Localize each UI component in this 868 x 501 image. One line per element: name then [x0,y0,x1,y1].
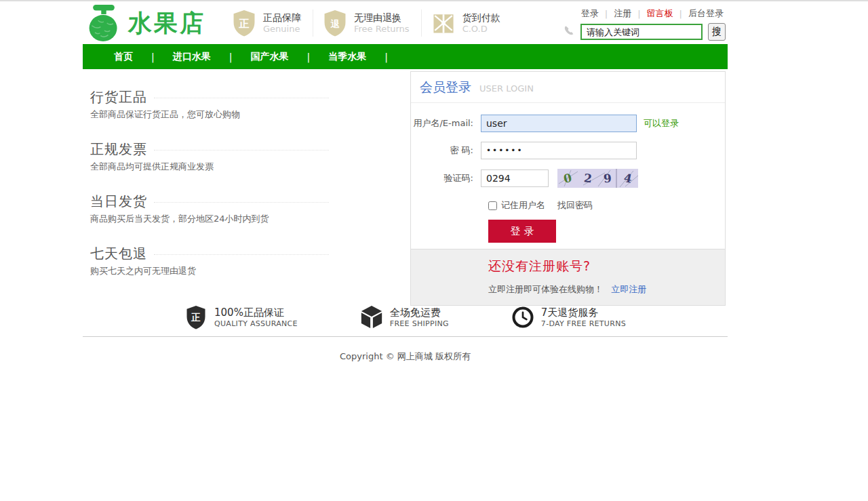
melon-logo-icon [85,4,122,42]
login-link[interactable]: 登录 [581,7,599,20]
register-link[interactable]: 注册 [614,7,631,20]
nav-item-domestic-fruit[interactable]: 国产水果 [232,51,307,63]
login-panel-header: 会员登录 USER LOGIN [411,72,725,103]
footer-badge-title: 7天退货服务 [541,306,626,319]
footer-badge-subtitle: QUALITY ASSURANCE [214,319,298,329]
login-title: 会员登录 [420,79,471,94]
separator: | [637,9,640,19]
captcha-input[interactable] [481,169,549,187]
site-footer: 正 100%正品保证 QUALITY ASSURANCE 全场免运费 [83,305,728,390]
separator: | [605,9,608,19]
feature-title: 行货正品 [90,88,147,106]
username-input[interactable] [481,115,637,132]
nav-item-seasonal-fruit[interactable]: 当季水果 [310,51,384,63]
svg-text:退: 退 [330,18,340,29]
footer-badge-subtitle: 7-DAY FREE RETURNS [541,319,626,329]
dotted-divider [154,150,329,151]
badge-subtitle: C.O.D [462,24,500,35]
guestbook-link[interactable]: 留言板 [647,7,673,20]
logo[interactable]: 水果店 [85,4,205,42]
feature-title: 当日发货 [90,193,147,211]
register-heading: 还没有注册账号? [488,258,725,275]
feature-title: 七天包退 [90,245,147,263]
remember-label: 记住用户名 [501,199,545,212]
footer-badge-shipping: 全场免运费 FREE SHIPPING [360,305,449,329]
captcha-digit: 9 [604,172,613,186]
register-text: 立即注册即可体验在线购物！ [488,284,603,294]
separator: | [384,52,388,62]
captcha-label: 验证码: [411,172,481,184]
shield-returns-icon: 退 [322,9,348,37]
search-area: 搜 [564,23,726,41]
separator: | [679,9,682,19]
login-form: 用户名/E-mail: 可以登录 密 码: 验证码: [411,103,725,305]
footer-divider [83,336,728,337]
register-section: 还没有注册账号? 立即注册即可体验在线购物！ 立即注册 [411,249,725,305]
captcha-image[interactable]: 0 2 9 4 [557,169,638,188]
feature-desc: 全部商品保证行货正品，您可放心购物 [90,108,329,121]
feature-desc: 全部商品均可提供正规商业发票 [90,161,329,173]
feature-list: 行货正品 全部商品保证行货正品，您可放心购物 正规发票 全部商品均可提供正规商业… [90,88,329,297]
feature-authentic: 行货正品 全部商品保证行货正品，您可放心购物 [90,88,329,121]
feature-desc: 购买七天之内可无理由退货 [90,265,329,277]
login-submit-button[interactable]: 登 录 [488,220,556,243]
password-label: 密 码: [411,144,481,157]
captcha-digit: 2 [583,171,593,185]
login-panel: 会员登录 USER LOGIN 用户名/E-mail: 可以登录 密 码: 验证… [410,71,726,306]
badge-title: 无理由退换 [354,12,410,24]
password-row: 密 码: [411,142,725,159]
copyright: Copyright © 网上商城 版权所有 [83,350,728,390]
giftbox-icon [431,9,456,37]
login-subtitle: USER LOGIN [479,83,534,94]
username-label: 用户名/E-mail: [411,117,481,129]
badge-subtitle: Free Returns [354,24,410,35]
badge-free-returns: 退 无理由退换 Free Returns [313,9,421,37]
main-content: 行货正品 全部商品保证行货正品，您可放心购物 正规发票 全部商品均可提供正规商业… [83,69,728,300]
badge-cod: 货到付款 C.O.D [421,9,512,37]
search-input[interactable] [580,24,703,40]
footer-badge-title: 100%正品保证 [214,306,298,319]
shield-quality-icon: 正 [184,305,208,329]
nav-item-imported-fruit[interactable]: 进口水果 [155,51,229,63]
search-button[interactable]: 搜 [708,23,726,41]
main-nav: 首页 | 进口水果 | 国产水果 | 当季水果 | [83,44,728,69]
shield-genuine-icon: 正 [231,9,257,37]
captcha-row: 验证码: 0 2 9 4 [411,169,725,188]
footer-badges: 正 100%正品保证 QUALITY ASSURANCE 全场免运费 [83,305,728,329]
footer-badge-subtitle: FREE SHIPPING [390,319,449,329]
register-now-link[interactable]: 立即注册 [611,284,646,294]
dotted-divider [154,254,329,255]
footer-badge-title: 全场免运费 [390,306,449,319]
badge-genuine: 正 正品保障 Genuine [222,9,313,37]
username-row: 用户名/E-mail: 可以登录 [411,115,725,132]
forgot-password-link[interactable]: 找回密码 [557,199,593,212]
badge-subtitle: Genuine [263,24,301,35]
footer-badge-quality: 正 100%正品保证 QUALITY ASSURANCE [184,305,298,329]
username-hint: 可以登录 [644,117,679,129]
remember-row: 记住用户名 找回密码 [488,199,725,212]
svg-text:正: 正 [191,312,201,323]
feature-same-day-shipping: 当日发货 商品购买后当天发货，部分地区24小时内到货 [90,193,329,225]
top-links: 登录 | 注册 | 留言板 | 后台登录 [581,7,724,20]
admin-login-link[interactable]: 后台登录 [688,7,724,20]
site-header: 水果店 正 正品保障 Genuine 退 无理由退换 [83,1,728,44]
footer-badge-returns: 7天退货服务 7-DAY FREE RETURNS [511,305,626,329]
badge-title: 正品保障 [263,12,301,24]
feature-seven-day-return: 七天包退 购买七天之内可无理由退货 [90,245,329,277]
remember-checkbox[interactable] [488,201,497,210]
dotted-divider [154,98,329,98]
feature-desc: 商品购买后当天发货，部分地区24小时内到货 [90,213,329,225]
nav-item-home[interactable]: 首页 [96,51,151,63]
svg-text:正: 正 [238,18,249,30]
badge-title: 货到付款 [462,12,500,24]
header-badges: 正 正品保障 Genuine 退 无理由退换 Free Returns [222,9,512,37]
clock-icon [511,305,534,329]
dotted-divider [154,202,329,203]
phone-icon [564,25,575,39]
password-input[interactable] [481,142,637,159]
logo-text: 水果店 [128,7,205,39]
feature-invoice: 正规发票 全部商品均可提供正规商业发票 [90,140,329,173]
cube-icon [360,305,383,329]
feature-title: 正规发票 [90,140,147,159]
